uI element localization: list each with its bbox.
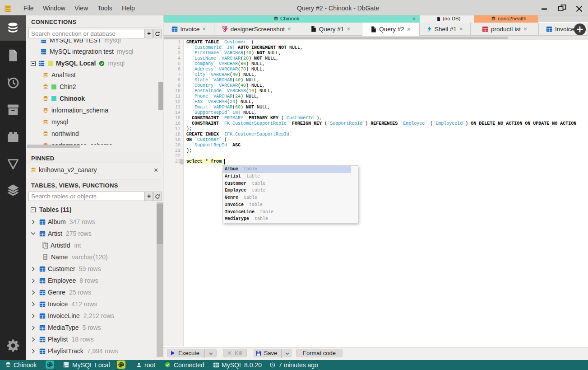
svg-text:1: 1 <box>45 244 47 248</box>
